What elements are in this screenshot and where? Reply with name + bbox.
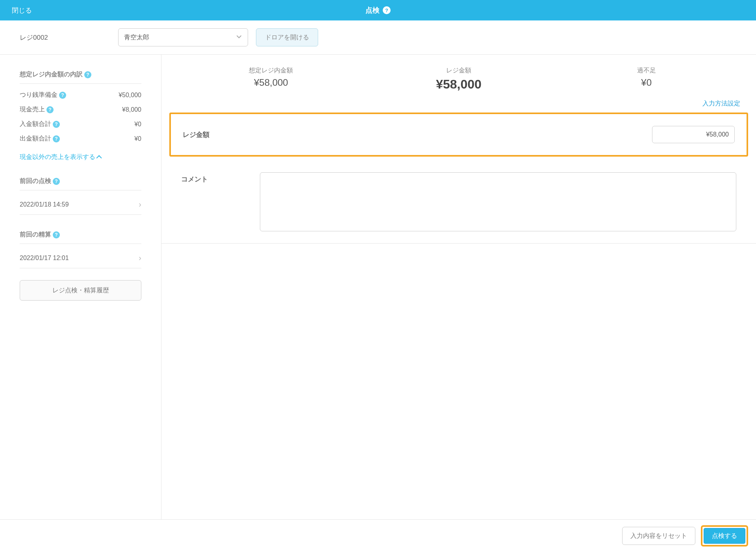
summary-expected: 想定レジ内金額 ¥58,000 [177, 66, 365, 92]
breakdown-value: ¥50,000 [119, 92, 141, 99]
breakdown-row: 入金額合計? ¥0 [20, 117, 141, 131]
help-icon[interactable]: ? [84, 71, 91, 78]
help-icon[interactable]: ? [59, 92, 66, 99]
sidebar: 想定レジ内金額の内訳 ? つり銭準備金? ¥50,000 現金売上? ¥8,00… [0, 55, 161, 540]
summary-label: レジ金額 [365, 66, 553, 75]
last-settlement-row[interactable]: 2022/01/17 12:01 › [20, 248, 141, 268]
help-icon[interactable]: ? [46, 106, 54, 113]
staff-select[interactable]: 青空太郎 [118, 28, 248, 46]
help-icon[interactable]: ? [53, 135, 60, 142]
reset-button[interactable]: 入力内容をリセット [622, 527, 695, 540]
app-header: 閉じる 点検 ? [0, 0, 756, 20]
comment-row: コメント [161, 161, 756, 244]
last-settlement-heading: 前回の精算 ? [20, 231, 141, 244]
last-check-value: 2022/01/18 14:59 [20, 201, 69, 208]
close-button[interactable]: 閉じる [12, 6, 32, 15]
breakdown-heading-text: 想定レジ内金額の内訳 [20, 70, 83, 79]
chevron-right-icon: › [139, 253, 141, 262]
help-icon[interactable]: ? [53, 231, 60, 238]
summary-row: 想定レジ内金額 ¥58,000 レジ金額 ¥58,000 過不足 ¥0 [161, 55, 756, 100]
page-title-text: 点検 [365, 6, 380, 15]
body: 想定レジ内金額の内訳 ? つり銭準備金? ¥50,000 現金売上? ¥8,00… [0, 55, 756, 540]
help-icon[interactable]: ? [383, 6, 391, 14]
summary-value: ¥58,000 [177, 77, 365, 88]
summary-label: 過不足 [552, 66, 740, 75]
last-check-row[interactable]: 2022/01/18 14:59 › [20, 194, 141, 215]
breakdown-label: 現金売上 [20, 105, 45, 114]
comment-label: コメント [181, 172, 244, 231]
breakdown-label: つり銭準備金 [20, 91, 57, 99]
help-icon[interactable]: ? [53, 178, 60, 185]
history-button[interactable]: レジ点検・精算履歴 [20, 280, 141, 301]
breakdown-value: ¥0 [134, 121, 141, 128]
submit-button[interactable]: 点検する [704, 528, 745, 540]
last-settlement-heading-text: 前回の精算 [20, 231, 51, 239]
chevron-up-icon [98, 154, 102, 161]
summary-diff: 過不足 ¥0 [552, 66, 740, 92]
show-noncash-label: 現金以外の売上を表示する [20, 153, 95, 161]
footer: 入力内容をリセット 点検する [0, 519, 756, 540]
page-title: 点検 ? [365, 6, 391, 15]
breakdown-value: ¥8,000 [122, 106, 141, 113]
register-label: レジ0002 [20, 33, 110, 42]
breakdown-label: 出金額合計 [20, 135, 51, 143]
register-amount-input[interactable] [652, 126, 735, 143]
last-settlement-value: 2022/01/17 12:01 [20, 255, 69, 262]
register-amount-label: レジ金額 [183, 130, 209, 139]
summary-value: ¥0 [552, 77, 740, 88]
breakdown-row: つり銭準備金? ¥50,000 [20, 88, 141, 102]
last-check-heading-text: 前回の点検 [20, 177, 51, 185]
breakdown-row: 出金額合計? ¥0 [20, 131, 141, 146]
breakdown-heading: 想定レジ内金額の内訳 ? [20, 70, 141, 84]
breakdown-label: 入金額合計 [20, 120, 51, 128]
main: 想定レジ内金額 ¥58,000 レジ金額 ¥58,000 過不足 ¥0 入力方法… [161, 55, 756, 540]
open-drawer-button[interactable]: ドロアを開ける [256, 28, 318, 46]
staff-select-value: 青空太郎 [124, 33, 149, 42]
help-icon[interactable]: ? [53, 121, 60, 128]
register-amount-row: レジ金額 [169, 113, 748, 157]
comment-textarea[interactable] [260, 172, 736, 231]
input-settings-link-wrap: 入力方法設定 [161, 100, 756, 113]
breakdown-row: 現金売上? ¥8,000 [20, 102, 141, 117]
show-noncash-toggle[interactable]: 現金以外の売上を表示する [20, 153, 141, 161]
submit-highlight: 点検する [701, 525, 748, 540]
summary-label: 想定レジ内金額 [177, 66, 365, 75]
control-bar: レジ0002 青空太郎 ドロアを開ける [0, 20, 756, 55]
summary-actual: レジ金額 ¥58,000 [365, 66, 553, 92]
chevron-right-icon: › [139, 200, 141, 209]
breakdown-value: ¥0 [134, 135, 141, 142]
last-check-heading: 前回の点検 ? [20, 177, 141, 190]
input-settings-link[interactable]: 入力方法設定 [702, 100, 740, 107]
chevron-down-icon [236, 33, 242, 41]
summary-value: ¥58,000 [365, 77, 553, 92]
